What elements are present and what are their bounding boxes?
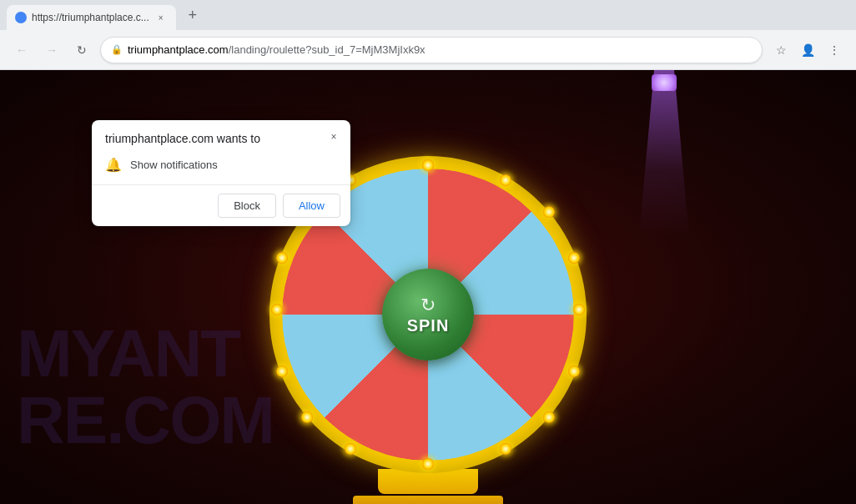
- spotlight-source: [652, 74, 677, 91]
- tab-favicon: [15, 12, 27, 23]
- popup-header: triumphantplace.com wants to ×: [92, 120, 350, 154]
- wheel-bulb: [271, 304, 283, 315]
- toolbar-actions: ☆ 👤 ⋮: [769, 38, 846, 62]
- wheel-bulb: [422, 159, 434, 171]
- wheel-bulb: [276, 365, 288, 377]
- url-text: triumphantplace.com/landing/roulette?sub…: [128, 43, 752, 56]
- browser-frame: https://triumphantplace.c... × + ← → ↻ 🔒…: [0, 0, 856, 504]
- wheel-bulb: [345, 443, 356, 455]
- spin-arrows-icon: ↻: [420, 295, 436, 316]
- wheel-bulb: [568, 365, 580, 377]
- watermark: MYANT RE.COM: [17, 320, 274, 454]
- back-button[interactable]: ←: [10, 38, 33, 62]
- wheel-bulb: [543, 411, 555, 423]
- content-area: MYANT RE.COM ↻ SPIN: [0, 70, 856, 504]
- tab-bar: https://triumphantplace.c... × +: [0, 0, 856, 30]
- popup-actions: Block Allow: [92, 185, 350, 226]
- block-button[interactable]: Block: [218, 194, 276, 218]
- wheel-bulb: [543, 206, 555, 218]
- watermark-line1: MYANT: [17, 320, 274, 387]
- active-tab[interactable]: https://triumphantplace.c... ×: [7, 5, 176, 30]
- lock-icon: 🔒: [111, 44, 123, 55]
- spin-button[interactable]: ↻ SPIN: [382, 269, 474, 360]
- address-bar: ← → ↻ 🔒 triumphantplace.com/landing/roul…: [0, 30, 856, 70]
- wheel-bulb: [568, 252, 580, 264]
- spin-label: SPIN: [407, 316, 450, 335]
- url-bar[interactable]: 🔒 triumphantplace.com/landing/roulette?s…: [100, 37, 763, 63]
- wheel-bulb: [573, 304, 585, 315]
- wheel-bulb: [301, 411, 313, 423]
- watermark-line2: RE.COM: [17, 387, 274, 454]
- popup-close-button[interactable]: ×: [325, 129, 342, 145]
- bookmark-button[interactable]: ☆: [769, 38, 793, 62]
- account-button[interactable]: 👤: [796, 38, 819, 62]
- url-path: /landing/roulette?sub_id_7=MjM3MjIxk9x: [229, 43, 425, 56]
- wheel-bulb: [276, 252, 288, 264]
- popup-title: triumphantplace.com wants to: [105, 132, 337, 145]
- popup-notification-row: 🔔 Show notifications: [92, 154, 350, 184]
- notification-label: Show notifications: [130, 159, 218, 171]
- menu-button[interactable]: ⋮: [823, 38, 846, 62]
- wheel-bulb: [500, 443, 511, 455]
- wheel-bulb: [500, 174, 511, 186]
- wheel-bulb: [422, 458, 434, 470]
- url-domain: triumphantplace.com: [128, 43, 229, 56]
- bell-icon: 🔔: [105, 157, 122, 173]
- wheel-base: [353, 496, 503, 504]
- tab-close-button[interactable]: ×: [154, 11, 168, 24]
- refresh-button[interactable]: ↻: [70, 38, 93, 62]
- permission-popup: triumphantplace.com wants to × 🔔 Show no…: [92, 120, 350, 226]
- forward-button[interactable]: →: [40, 38, 63, 62]
- allow-button[interactable]: Allow: [283, 194, 340, 218]
- new-tab-button[interactable]: +: [181, 3, 204, 27]
- tab-title: https://triumphantplace.c...: [32, 12, 149, 23]
